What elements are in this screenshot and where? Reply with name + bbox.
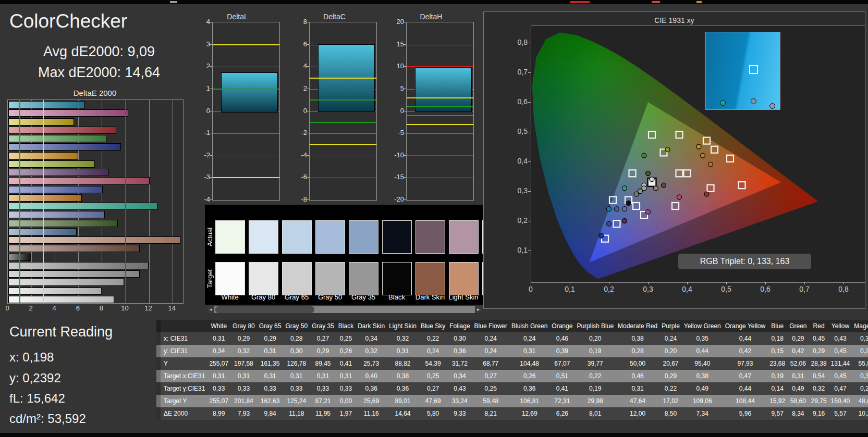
table-cell: 0,34 — [356, 332, 387, 345]
table-cell: 5,57 — [829, 407, 852, 420]
cie-measured-marker — [622, 219, 627, 223]
axis-tick — [404, 66, 406, 67]
table-cell: 9,16 — [809, 407, 829, 420]
axis-tick — [404, 89, 406, 89]
axis-tick-label: 2 — [194, 62, 210, 70]
column-header: Dark Skin — [356, 320, 387, 332]
table-cell: 0,19 — [767, 370, 787, 382]
axis-tick-label: 2 — [22, 304, 40, 312]
axis-tick — [307, 133, 309, 133]
table-cell: 0,30 — [447, 332, 472, 345]
table-cell: 0,28 — [283, 332, 310, 345]
axis-tick-label: 20 — [388, 18, 404, 26]
rgb-triplet-readout: RGB Triplet: 0, 133, 163 — [678, 254, 811, 269]
table-cell: 8,34 — [787, 407, 809, 420]
table-cell: 0,31 — [230, 370, 257, 382]
inset-measured-marker — [769, 103, 775, 109]
axis-tick — [210, 199, 212, 200]
current-reading-title: Current Reading — [9, 324, 113, 340]
table-cell: 0,28 — [616, 345, 659, 357]
axis-tick-label: -3 — [194, 173, 210, 181]
top-edge-artifact — [570, 1, 590, 3]
table-cell: 25,73 — [356, 357, 387, 370]
row-gutter — [156, 407, 161, 420]
table-cell: 0,30 — [852, 332, 868, 345]
axis-tick-label: -5 — [388, 129, 404, 136]
column-header: Foliage — [447, 320, 472, 332]
cie-measured-marker — [650, 177, 654, 182]
axis-tick — [687, 282, 688, 284]
axis-tick — [404, 44, 406, 45]
deltae-bar — [8, 186, 103, 193]
table-cell: 0,24 — [419, 345, 447, 357]
axis-tick-label: -6 — [291, 173, 307, 181]
scrollbar-thumb[interactable] — [215, 306, 314, 313]
column-header: Blue Sky — [419, 320, 447, 332]
table-cell: 0,36 — [356, 382, 387, 395]
table-cell: 0,41 — [336, 357, 356, 370]
reference-line — [19, 100, 20, 303]
actual-swatch — [349, 220, 378, 254]
table-cell: 131,44 — [829, 357, 852, 370]
axis-tick-label: -15 — [388, 173, 404, 181]
reference-line — [407, 124, 473, 125]
deltae-bar — [8, 270, 140, 278]
swatch-label: Gray 80 — [247, 293, 280, 301]
table-cell: 0,25 — [472, 382, 509, 395]
column-header: Red — [809, 320, 829, 332]
table-cell: 0,27 — [310, 332, 336, 345]
table-cell: 59,48 — [472, 395, 509, 407]
top-edge-artifact — [652, 1, 660, 3]
deltae-bar — [8, 262, 149, 269]
axis-tick — [210, 133, 212, 133]
scroll-right-icon[interactable]: ► — [475, 306, 482, 313]
axis-tick — [528, 43, 531, 43]
target-swatch — [415, 262, 445, 295]
table-cell: 0,27 — [419, 382, 447, 395]
deltae-x-axis: 02468101214 — [7, 304, 195, 313]
column-header: Black — [336, 320, 356, 332]
axis-tick-label: 0,8 — [833, 285, 854, 293]
table-cell: 10,21 — [852, 407, 868, 420]
row-gutter — [156, 357, 161, 370]
table-cell: 0,31 — [509, 345, 549, 357]
table-cell: 0,32 — [230, 345, 257, 357]
column-header: Gray 35 — [310, 320, 336, 332]
table-cell: 0,22 — [419, 332, 447, 345]
corner-cell — [161, 320, 207, 332]
table-cell: 0,42 — [723, 345, 767, 357]
target-swatch — [449, 262, 479, 295]
actual-swatch — [449, 220, 479, 254]
axis-tick-label: 0 — [291, 107, 307, 115]
table-cell: 0,34 — [447, 370, 472, 382]
cie-measured-marker — [677, 195, 682, 199]
axis-tick — [648, 282, 649, 284]
axis-tick — [307, 22, 309, 22]
column-header: Orange Yellow — [723, 320, 767, 332]
table-cell: 11,18 — [283, 407, 310, 420]
axis-tick-label: 0 — [0, 304, 16, 312]
table-cell: 0,33 — [336, 382, 356, 395]
table-cell: 6,26 — [549, 407, 574, 420]
column-header: Blue Flower — [472, 320, 509, 332]
column-header: Gray 65 — [257, 320, 284, 332]
actual-swatch — [415, 220, 445, 254]
cie-diagram-panel: CIE 1931 xy 0,10,20,30,40,50,60,70,800,1… — [483, 11, 865, 309]
table-cell: 162,63 — [257, 395, 284, 407]
axis-tick — [307, 177, 309, 178]
axis-tick — [528, 72, 531, 73]
swatch-scrollbar[interactable]: ◄ ► — [207, 306, 482, 313]
table-cell: 0,33 — [283, 382, 310, 395]
table-row: Y255,07197,58161,35126,7889,450,4125,738… — [156, 357, 868, 370]
table-cell: 0,26 — [509, 370, 549, 382]
scroll-left-icon[interactable]: ◄ — [207, 306, 214, 313]
reference-line — [310, 99, 376, 101]
table-cell: 7,93 — [230, 407, 257, 420]
table-cell: 0,45 — [829, 345, 852, 357]
table-cell: 50,00 — [616, 357, 659, 370]
table-cell: 0,24 — [509, 332, 549, 345]
deltae-bar — [8, 203, 157, 210]
axis-tick-label: 0,4 — [505, 157, 528, 165]
table-cell: 0,31 — [257, 370, 284, 382]
cie-measured-marker — [642, 153, 646, 158]
